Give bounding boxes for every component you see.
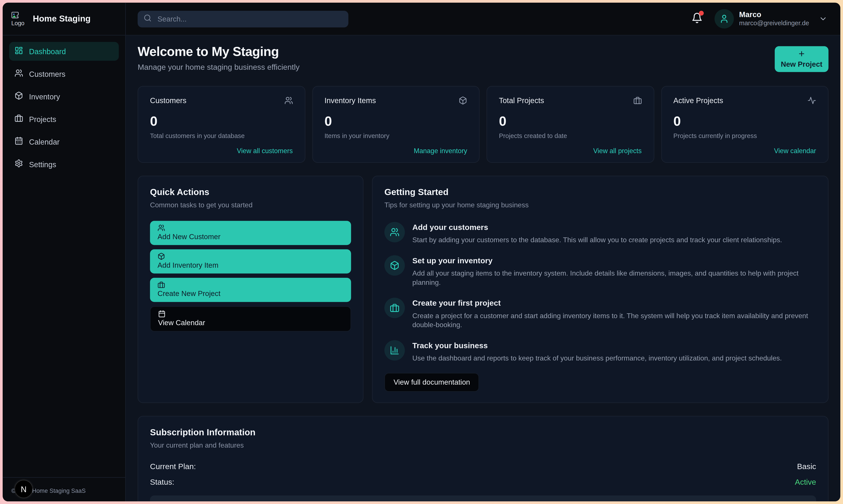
broken-logo-image-icon: Logo: [11, 12, 27, 26]
calendar-icon: [158, 310, 165, 318]
stat-card-customers: Customers 0 Total customers in your data…: [138, 86, 305, 163]
tip-description: Add all your staging items to the invent…: [412, 268, 816, 287]
create-new-project-button[interactable]: Create New Project: [150, 278, 351, 302]
plan-features-box: Plan Features Unlimited customers Unlimi…: [150, 496, 816, 501]
view-documentation-button[interactable]: View full documentation: [384, 373, 479, 392]
tip-description: Create a project for a customer and star…: [412, 311, 816, 330]
gear-icon: [15, 159, 23, 169]
getting-started-subtitle: Tips for setting up your home staging bu…: [384, 201, 816, 209]
quick-actions-subtitle: Common tasks to get you started: [150, 201, 351, 209]
tip-track-business: Track your business Use the dashboard an…: [384, 340, 816, 363]
content-column: Marco marco@greiveldinger.de Welcome to …: [126, 3, 840, 501]
stat-description: Total customers in your database: [150, 132, 293, 140]
sidebar-item-label: Projects: [29, 115, 56, 123]
quick-action-label: View Calendar: [158, 319, 205, 327]
search-input[interactable]: [157, 14, 343, 23]
package-icon: [15, 91, 23, 102]
dev-badge-letter: N: [21, 485, 27, 494]
getting-started-panel: Getting Started Tips for setting up your…: [372, 176, 828, 403]
tip-setup-inventory: Set up your inventory Add all your stagi…: [384, 255, 816, 287]
stat-title: Customers: [150, 96, 187, 105]
chevron-down-icon: [819, 15, 827, 23]
status-badge: Active: [795, 478, 816, 486]
sidebar-item-dashboard[interactable]: Dashboard: [9, 42, 119, 61]
subscription-title: Subscription Information: [150, 428, 816, 438]
logo-alt-text: Logo: [11, 19, 24, 26]
tip-title: Track your business: [412, 341, 782, 349]
stat-title: Active Projects: [673, 96, 723, 105]
tip-title: Create your first project: [412, 299, 816, 307]
package-icon: [158, 253, 165, 260]
sidebar-item-calendar[interactable]: Calendar: [9, 132, 119, 151]
sidebar-item-projects[interactable]: Projects: [9, 110, 119, 129]
stats-row: Customers 0 Total customers in your data…: [138, 86, 828, 163]
stat-value: 0: [673, 113, 816, 129]
activity-icon: [807, 96, 816, 105]
stat-value: 0: [150, 113, 293, 129]
plan-label: Current Plan:: [150, 462, 196, 471]
page-title: Welcome to My Staging: [138, 44, 300, 59]
view-all-projects-link[interactable]: View all projects: [593, 147, 642, 155]
stat-title: Inventory Items: [324, 96, 376, 105]
package-icon: [459, 96, 467, 105]
notification-dot: [699, 11, 704, 15]
quick-actions-panel: Quick Actions Common tasks to get you st…: [138, 176, 364, 403]
briefcase-icon: [158, 281, 165, 289]
view-all-customers-link[interactable]: View all customers: [237, 147, 293, 155]
subscription-subtitle: Your current plan and features: [150, 441, 816, 449]
sidebar-item-customers[interactable]: Customers: [9, 65, 119, 84]
view-calendar-link[interactable]: View calendar: [774, 147, 816, 155]
users-icon: [158, 224, 165, 232]
package-icon: [384, 255, 405, 275]
notifications-button[interactable]: [691, 12, 703, 25]
briefcase-icon: [633, 96, 642, 105]
tips-list: Add your customers Start by adding your …: [384, 222, 816, 363]
plan-value: Basic: [797, 462, 816, 471]
new-project-label: New Project: [781, 60, 822, 68]
quick-action-label: Add New Customer: [158, 233, 221, 241]
main-content: Welcome to My Staging Manage your home s…: [126, 36, 840, 501]
nextjs-dev-badge[interactable]: N: [15, 480, 33, 498]
view-calendar-button[interactable]: View Calendar: [150, 306, 351, 331]
stat-card-inventory: Inventory Items 0 Items in your inventor…: [312, 86, 480, 163]
sidebar-item-inventory[interactable]: Inventory: [9, 87, 119, 106]
search-icon: [144, 14, 152, 24]
add-inventory-item-button[interactable]: Add Inventory Item: [150, 249, 351, 273]
quick-action-label: Add Inventory Item: [158, 261, 219, 269]
stat-description: Projects created to date: [499, 132, 642, 140]
user-name: Marco: [739, 10, 809, 19]
add-new-customer-button[interactable]: Add New Customer: [150, 221, 351, 245]
tip-title: Set up your inventory: [412, 256, 816, 265]
quick-action-label: Create New Project: [158, 290, 221, 298]
users-icon: [284, 96, 293, 105]
panels-row: Quick Actions Common tasks to get you st…: [138, 176, 828, 403]
stat-card-total-projects: Total Projects 0 Projects created to dat…: [487, 86, 654, 163]
quick-actions-title: Quick Actions: [150, 187, 351, 197]
status-label: Status:: [150, 478, 174, 486]
page-header: Welcome to My Staging Manage your home s…: [138, 44, 828, 72]
current-plan-row: Current Plan: Basic: [150, 462, 816, 471]
user-email: marco@greiveldinger.de: [739, 19, 809, 28]
stat-value: 0: [499, 113, 642, 129]
sidebar-item-label: Customers: [29, 70, 66, 78]
sidebar-item-settings[interactable]: Settings: [9, 155, 119, 174]
tip-add-customers: Add your customers Start by adding your …: [384, 222, 816, 245]
sidebar-item-label: Calendar: [29, 137, 59, 146]
brand: Logo Home Staging: [3, 3, 125, 35]
stat-card-active-projects: Active Projects 0 Projects currently in …: [661, 86, 828, 163]
sidebar-item-label: Settings: [29, 160, 56, 168]
search-box[interactable]: [138, 11, 348, 27]
subscription-panel: Subscription Information Your current pl…: [138, 416, 828, 501]
manage-inventory-link[interactable]: Manage inventory: [414, 147, 467, 155]
user-menu[interactable]: Marco marco@greiveldinger.de: [714, 9, 827, 29]
new-project-button[interactable]: New Project: [775, 46, 828, 72]
subscription-rows: Current Plan: Basic Status: Active: [150, 462, 816, 486]
users-icon: [15, 69, 23, 79]
getting-started-title: Getting Started: [384, 187, 816, 197]
stat-description: Projects currently in progress: [673, 132, 816, 140]
app-window: Logo Home Staging Dashboard Customers In…: [3, 3, 840, 501]
screen: Logo Home Staging Dashboard Customers In…: [0, 0, 843, 504]
plus-icon: [798, 50, 805, 57]
tip-description: Use the dashboard and reports to keep tr…: [412, 354, 782, 363]
stat-title: Total Projects: [499, 96, 544, 105]
